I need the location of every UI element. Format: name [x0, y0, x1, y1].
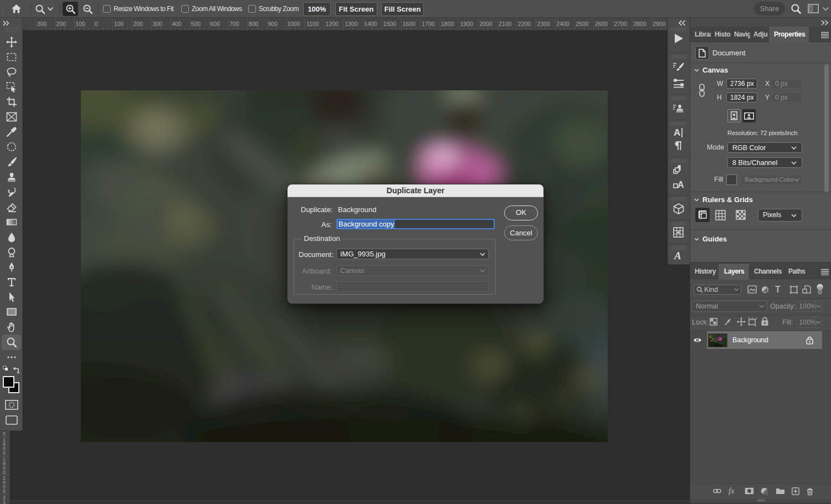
svg-text:A: A — [674, 127, 680, 138]
svg-text:A: A — [674, 250, 681, 261]
svg-text:A: A — [678, 180, 684, 189]
